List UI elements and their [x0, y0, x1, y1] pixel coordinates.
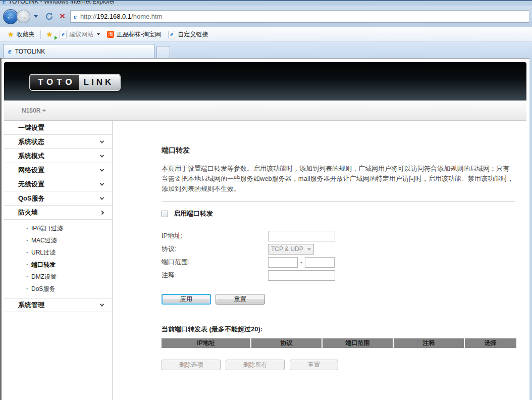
suggested-sites-dropdown-icon — [97, 33, 100, 35]
chevron-down-icon — [100, 302, 104, 306]
sidebar-item-qos[interactable]: QoS服务 — [4, 191, 112, 206]
chevron-down-icon — [100, 195, 104, 199]
sidebar-item-label: 网络设置 — [18, 166, 44, 175]
delete-all-button[interactable]: 删除所有 — [226, 360, 285, 370]
submenu-item-label: 端口转发 — [31, 261, 56, 269]
port-range-separator: - — [300, 259, 302, 266]
submenu-item-label: DMZ设置 — [31, 273, 57, 281]
favorites-star-icon: ★ — [8, 30, 14, 38]
protocol-selected-value: TCP & UDP — [271, 245, 303, 253]
back-arrow-icon: ← — [7, 12, 15, 22]
ie-logo-icon: e — [3, 1, 6, 6]
submenu-item-ip-port-filter[interactable]: IP/端口过滤 — [4, 222, 112, 234]
url-text: http://192.168.0.1/home.htm — [80, 13, 163, 20]
enable-port-forwarding-label: 启用端口转发 — [174, 209, 213, 218]
sidebar-item-firewall[interactable]: 防火墙 — [4, 206, 112, 220]
apply-button[interactable]: 应用 — [162, 294, 211, 305]
ie-page-icon: e — [60, 31, 67, 38]
sidebar-item-wireless-settings[interactable]: 无线设置 — [4, 177, 112, 191]
add-favorite-arrow-icon — [55, 36, 58, 40]
reset-button[interactable]: 重置 — [216, 294, 265, 305]
add-to-favorites-bar-button[interactable]: ★ — [43, 29, 57, 40]
submenu-item-label: IP/端口过滤 — [31, 224, 63, 233]
column-header-ip: IP地址 — [162, 338, 250, 348]
chevron-right-icon — [100, 210, 104, 214]
submenu-item-dos[interactable]: DoS服务 — [4, 283, 112, 295]
model-name: N150R + — [22, 107, 46, 114]
submenu-item-port-forwarding[interactable]: 端口转发 — [4, 259, 112, 271]
taobao-favorite-link[interactable]: 淘 正品棉袜-淘宝网 — [103, 29, 165, 40]
stop-icon: × — [60, 11, 65, 21]
submenu-item-label: MAC过滤 — [31, 236, 57, 245]
delete-selected-button[interactable]: 删除选项 — [162, 360, 221, 370]
sidebar-item-label: QoS服务 — [18, 194, 45, 203]
custom-links-label: 自定义链接 — [178, 30, 208, 39]
sidebar-item-system-mode[interactable]: 系统模式 — [4, 149, 112, 163]
chevron-down-icon — [100, 181, 104, 185]
select-arrow-icon — [307, 246, 311, 250]
chevron-down-icon — [100, 167, 104, 171]
new-tab-button[interactable] — [156, 46, 170, 58]
sidebar-item-network-settings[interactable]: 网络设置 — [4, 163, 112, 177]
port-forwarding-form: IP地址: 协议: TCP & UDP 端口范围: - — [162, 229, 516, 282]
totolink-logo: TOTO LINK — [29, 74, 121, 91]
sidebar-item-label: 系统状态 — [18, 137, 44, 146]
url-scheme: http:// — [80, 13, 97, 20]
port-range-end-input[interactable] — [305, 257, 335, 268]
back-button[interactable]: ← — [3, 9, 18, 24]
sidebar-item-system-management[interactable]: 系统管理 — [4, 298, 112, 312]
table-reset-button[interactable]: 重置 — [290, 360, 338, 370]
port-range-label: 端口范围: — [162, 258, 268, 267]
refresh-button[interactable] — [45, 12, 54, 21]
navigation-bar: ← → × e http://192.168.0.1/home.htm — [0, 6, 532, 27]
stop-button[interactable]: × — [60, 11, 65, 21]
forward-button[interactable]: → — [17, 10, 30, 23]
page-description: 本页用于设置端口转发等参数。启用该功能时，添加到列表的规则，广域网用户将可以访问… — [162, 164, 515, 194]
favorites-button[interactable]: ★ 收藏夹 — [4, 29, 38, 40]
page-viewport: TOTO LINK N150R + 一键设置 系统状态 系统模式 网络设置 无线… — [0, 58, 529, 400]
favorites-separator — [40, 30, 41, 39]
current-table-title: 当前端口转发表 (最多不能超过20): — [162, 325, 516, 334]
submenu-item-url-filter[interactable]: URL过滤 — [4, 246, 112, 259]
recent-pages-dropdown[interactable] — [34, 15, 38, 18]
submenu-item-mac-filter[interactable]: MAC过滤 — [4, 234, 112, 246]
main-panel: 端口转发 本页用于设置端口转发等参数。启用该功能时，添加到列表的规则，广域网用户… — [113, 121, 526, 400]
tab-totolink[interactable]: e TOTOLINK — [3, 44, 154, 58]
suggested-sites-link[interactable]: e 建议网站 — [56, 29, 103, 40]
protocol-select[interactable]: TCP & UDP — [268, 244, 314, 255]
page-title: 端口转发 — [162, 146, 516, 155]
ip-address-label: IP地址: — [162, 231, 268, 240]
tab-bar: e TOTOLINK — [0, 42, 532, 58]
window-title: TOTOLINK - Windows Internet Explorer — [9, 1, 115, 6]
page-favicon: e — [74, 13, 77, 21]
port-forwarding-table-header: IP地址 协议 端口范围 注释 选择 — [162, 338, 516, 348]
url-path: /home.htm — [131, 13, 162, 20]
suggested-sites-label: 建议网站 — [69, 30, 93, 39]
model-bar: N150R + — [4, 101, 526, 121]
favorites-bar: ★ 收藏夹 ★ e 建议网站 淘 正品棉袜-淘宝网 e 自定义链接 — [0, 27, 532, 42]
sidebar-item-system-status[interactable]: 系统状态 — [4, 135, 112, 149]
divider — [162, 201, 515, 202]
title-bar: e TOTOLINK - Windows Internet Explorer — [0, 1, 532, 6]
submenu-item-dmz[interactable]: DMZ设置 — [4, 271, 112, 283]
taobao-label: 正品棉袜-淘宝网 — [117, 30, 161, 39]
address-bar[interactable]: e http://192.168.0.1/home.htm — [70, 10, 529, 23]
sidebar-item-label: 系统模式 — [18, 152, 44, 161]
sidebar-item-quick-setup[interactable]: 一键设置 — [4, 121, 112, 135]
add-favorite-star-icon: ★ — [46, 30, 53, 38]
column-header-comment: 注释 — [394, 338, 464, 348]
protocol-label: 协议: — [162, 244, 268, 254]
refresh-icon — [45, 12, 54, 21]
column-header-port-range: 端口范围 — [323, 338, 393, 348]
port-range-start-input[interactable] — [268, 257, 298, 268]
sidebar-item-label: 一键设置 — [18, 123, 44, 132]
ip-address-input[interactable] — [268, 231, 335, 241]
enable-port-forwarding-checkbox[interactable] — [162, 211, 168, 217]
tab-favicon: e — [8, 47, 12, 56]
comment-input[interactable] — [268, 270, 335, 281]
submenu-item-label: DoS服务 — [31, 285, 55, 293]
custom-links-favorite[interactable]: e 自定义链接 — [165, 29, 211, 40]
submenu-item-label: URL过滤 — [31, 248, 56, 257]
favorites-label: 收藏夹 — [17, 30, 35, 39]
forward-arrow-icon: → — [20, 13, 27, 21]
